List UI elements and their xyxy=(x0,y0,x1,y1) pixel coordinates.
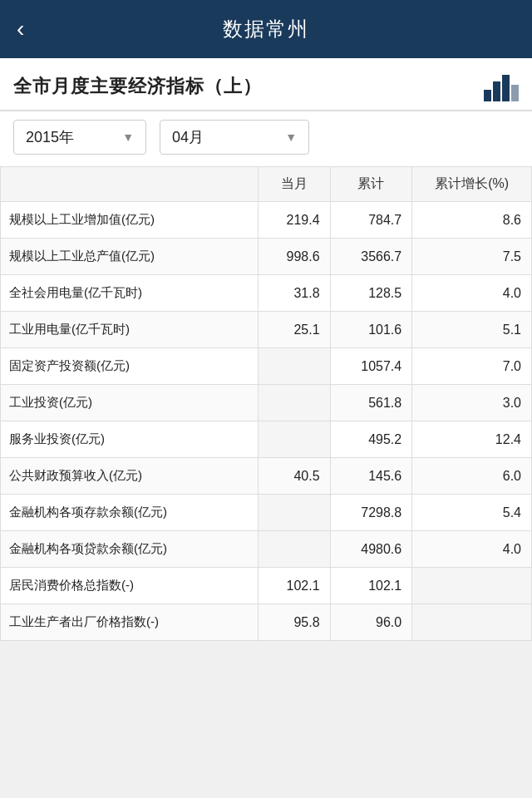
cell-cumulative: 102.1 xyxy=(330,568,412,604)
cell-current: 25.1 xyxy=(259,312,330,348)
cell-name: 金融机构各项贷款余额(亿元) xyxy=(1,531,259,568)
table-row: 金融机构各项贷款余额(亿元)4980.64.0 xyxy=(1,531,532,568)
cell-cumulative: 145.6 xyxy=(330,458,412,495)
cell-current: 102.1 xyxy=(259,568,330,604)
cell-cumulative: 96.0 xyxy=(330,604,412,641)
cell-name: 居民消费价格总指数(-) xyxy=(1,568,259,604)
table-row: 工业投资(亿元)561.83.0 xyxy=(1,385,532,421)
cell-current xyxy=(259,385,330,421)
page-header: 全市月度主要经济指标（上） xyxy=(0,58,532,110)
cell-cumulative: 7298.8 xyxy=(330,495,412,531)
chart-icon[interactable] xyxy=(484,71,519,101)
cell-name: 工业生产者出厂价格指数(-) xyxy=(1,604,259,641)
table-row: 固定资产投资额(亿元)1057.47.0 xyxy=(1,348,532,385)
filters-row: 2015年 ▼ 04月 ▼ xyxy=(0,111,532,166)
cell-cumulative: 4980.6 xyxy=(330,531,412,568)
cell-growth: 4.0 xyxy=(412,275,532,312)
cell-growth xyxy=(412,568,532,604)
table-row: 服务业投资(亿元)495.212.4 xyxy=(1,421,532,458)
svg-rect-0 xyxy=(484,90,491,101)
year-select-label: 2015年 xyxy=(26,127,74,147)
cell-growth: 5.4 xyxy=(412,495,532,531)
cell-name: 金融机构各项存款余额(亿元) xyxy=(1,495,259,531)
cell-cumulative: 561.8 xyxy=(330,385,412,421)
page-title: 全市月度主要经济指标（上） xyxy=(13,74,262,99)
table-row: 工业生产者出厂价格指数(-)95.896.0 xyxy=(1,604,532,641)
cell-current: 219.4 xyxy=(259,202,330,239)
cell-name: 服务业投资(亿元) xyxy=(1,421,259,458)
cell-current: 95.8 xyxy=(259,604,330,641)
cell-growth xyxy=(412,604,532,641)
cell-growth: 3.0 xyxy=(412,385,532,421)
table-row: 全社会用电量(亿千瓦时)31.8128.54.0 xyxy=(1,275,532,312)
cell-name: 全社会用电量(亿千瓦时) xyxy=(1,275,259,312)
col-header-cumulative: 累计 xyxy=(330,167,412,202)
cell-name: 工业投资(亿元) xyxy=(1,385,259,421)
cell-current xyxy=(259,495,330,531)
svg-rect-1 xyxy=(493,81,500,101)
cell-current xyxy=(259,348,330,385)
col-header-growth: 累计增长(%) xyxy=(412,167,532,202)
table-row: 规模以上工业总产值(亿元)998.63566.77.5 xyxy=(1,239,532,275)
app-header: ‹ 数据常州 xyxy=(0,0,532,58)
table-row: 公共财政预算收入(亿元)40.5145.66.0 xyxy=(1,458,532,495)
cell-growth: 6.0 xyxy=(412,458,532,495)
page-content: 全市月度主要经济指标（上） 2015年 ▼ 04月 ▼ 当月 xyxy=(0,58,532,641)
table-row: 居民消费价格总指数(-)102.1102.1 xyxy=(1,568,532,604)
cell-name: 固定资产投资额(亿元) xyxy=(1,348,259,385)
col-header-current: 当月 xyxy=(259,167,330,202)
bar-chart-svg xyxy=(484,71,519,101)
month-select[interactable]: 04月 ▼ xyxy=(160,120,309,155)
cell-name: 工业用电量(亿千瓦时) xyxy=(1,312,259,348)
app-title: 数据常州 xyxy=(223,16,309,42)
month-select-label: 04月 xyxy=(172,127,204,147)
table-header-row: 当月 累计 累计增长(%) xyxy=(1,167,532,202)
cell-name: 公共财政预算收入(亿元) xyxy=(1,458,259,495)
cell-current: 40.5 xyxy=(259,458,330,495)
cell-cumulative: 1057.4 xyxy=(330,348,412,385)
cell-growth: 7.5 xyxy=(412,239,532,275)
col-header-name xyxy=(1,167,259,202)
cell-cumulative: 128.5 xyxy=(330,275,412,312)
year-dropdown-arrow: ▼ xyxy=(122,131,134,144)
cell-growth: 12.4 xyxy=(412,421,532,458)
cell-growth: 4.0 xyxy=(412,531,532,568)
table-row: 金融机构各项存款余额(亿元)7298.85.4 xyxy=(1,495,532,531)
cell-cumulative: 495.2 xyxy=(330,421,412,458)
data-table: 当月 累计 累计增长(%) 规模以上工业增加值(亿元)219.4784.78.6… xyxy=(0,166,532,641)
month-dropdown-arrow: ▼ xyxy=(285,131,297,144)
cell-growth: 7.0 xyxy=(412,348,532,385)
svg-rect-3 xyxy=(511,85,519,101)
cell-cumulative: 784.7 xyxy=(330,202,412,239)
table-row: 工业用电量(亿千瓦时)25.1101.65.1 xyxy=(1,312,532,348)
cell-current xyxy=(259,531,330,568)
svg-rect-2 xyxy=(502,75,510,101)
table-row: 规模以上工业增加值(亿元)219.4784.78.6 xyxy=(1,202,532,239)
cell-cumulative: 3566.7 xyxy=(330,239,412,275)
year-select[interactable]: 2015年 ▼ xyxy=(13,120,146,155)
cell-cumulative: 101.6 xyxy=(330,312,412,348)
cell-current: 998.6 xyxy=(259,239,330,275)
cell-name: 规模以上工业总产值(亿元) xyxy=(1,239,259,275)
cell-growth: 5.1 xyxy=(412,312,532,348)
back-button[interactable]: ‹ xyxy=(17,16,24,42)
cell-current xyxy=(259,421,330,458)
cell-name: 规模以上工业增加值(亿元) xyxy=(1,202,259,239)
cell-current: 31.8 xyxy=(259,275,330,312)
cell-growth: 8.6 xyxy=(412,202,532,239)
